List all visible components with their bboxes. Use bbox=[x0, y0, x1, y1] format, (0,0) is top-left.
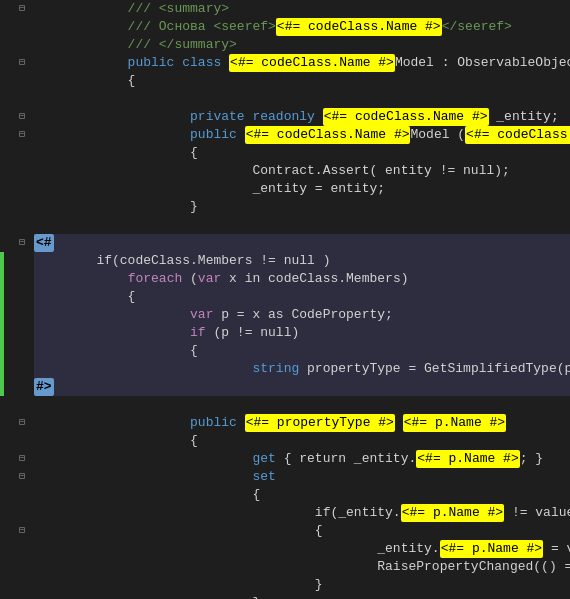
code-token bbox=[34, 468, 252, 486]
code-token: /// <summary> bbox=[34, 0, 229, 18]
template-expression: <#= codeClass.Name #> bbox=[465, 126, 570, 144]
collapse-btn-9 bbox=[14, 144, 30, 162]
code-token: get bbox=[252, 450, 275, 468]
code-line: /// <summary> bbox=[34, 0, 570, 18]
collapse-btn-8[interactable]: ⊟ bbox=[14, 126, 30, 144]
code-line-template: foreach (var x in codeClass.Members) bbox=[34, 270, 570, 288]
code-line: public <#= propertyType #> <#= p.Name #> bbox=[34, 414, 570, 432]
code-token: _entity = entity; bbox=[34, 180, 385, 198]
collapse-btn-25 bbox=[14, 432, 30, 450]
collapse-btn-28 bbox=[14, 486, 30, 504]
code-token: { bbox=[34, 522, 323, 540]
template-expression: <#= p.Name #> bbox=[416, 450, 519, 468]
collapse-btn-10 bbox=[14, 162, 30, 180]
code-token bbox=[315, 108, 323, 126]
code-token: if(codeClass.Members != null ) bbox=[34, 252, 330, 270]
code-line: public <#= codeClass.Name #>Model (<#= c… bbox=[34, 126, 570, 144]
code-line-template: { bbox=[34, 342, 570, 360]
code-token bbox=[221, 54, 229, 72]
code-line: { bbox=[34, 486, 570, 504]
code-token bbox=[34, 360, 252, 378]
code-line: _entity.<#= p.Name #> = value; bbox=[34, 540, 570, 558]
code-token: _entity; bbox=[489, 108, 559, 126]
collapse-btn-32 bbox=[14, 558, 30, 576]
collapse-btn-5 bbox=[14, 72, 30, 90]
template-expression: <#= p.Name #> bbox=[401, 504, 504, 522]
template-delimiter-open: <# bbox=[34, 234, 54, 252]
code-token: Contract.Assert( entity != null); bbox=[34, 162, 510, 180]
collapse-btn-22 bbox=[14, 378, 30, 396]
collapse-btn-18 bbox=[14, 306, 30, 324]
code-line-template: if(codeClass.Members != null ) bbox=[34, 252, 570, 270]
collapse-btn-26[interactable]: ⊟ bbox=[14, 450, 30, 468]
code-line: if(_entity.<#= p.Name #> != value) bbox=[34, 504, 570, 522]
code-token: { bbox=[34, 72, 135, 90]
collapse-btn-7[interactable]: ⊟ bbox=[14, 108, 30, 126]
code-token bbox=[174, 54, 182, 72]
collapse-btn-27[interactable]: ⊟ bbox=[14, 468, 30, 486]
code-line: { bbox=[34, 72, 570, 90]
collapse-btn-17 bbox=[14, 288, 30, 306]
collapse-column: ⊟ ⊟ ⊟ ⊟ ⊟ ⊟ ⊟ ⊟ ⊟ bbox=[14, 0, 30, 599]
collapse-btn-21 bbox=[14, 360, 30, 378]
code-line: { bbox=[34, 432, 570, 450]
template-expression: <#= codeClass.Name #> bbox=[276, 18, 442, 36]
code-token: _entity. bbox=[34, 540, 440, 558]
code-line: public class <#= codeClass.Name #>Model … bbox=[34, 54, 570, 72]
collapse-btn-30[interactable]: ⊟ bbox=[14, 522, 30, 540]
code-token: private bbox=[34, 108, 245, 126]
code-token: { bbox=[34, 432, 198, 450]
code-token: { bbox=[34, 486, 260, 504]
code-token: if(_entity. bbox=[34, 504, 401, 522]
collapse-btn-14[interactable]: ⊟ bbox=[14, 234, 30, 252]
code-token: { bbox=[34, 144, 198, 162]
code-token: readonly bbox=[252, 108, 314, 126]
green-indicator bbox=[0, 252, 4, 396]
code-token: public bbox=[34, 54, 174, 72]
code-line: private readonly <#= codeClass.Name #> _… bbox=[34, 108, 570, 126]
code-token: foreach bbox=[128, 270, 183, 288]
code-content: /// <summary> /// Основа <seeref><#= cod… bbox=[30, 0, 570, 599]
collapse-btn-4[interactable]: ⊟ bbox=[14, 54, 30, 72]
code-token: /// </summary> bbox=[34, 36, 237, 54]
collapse-btn-23 bbox=[14, 396, 30, 414]
code-token: (p != null) bbox=[206, 324, 300, 342]
code-token: = value; bbox=[543, 540, 570, 558]
template-expression: <#= p.Name #> bbox=[440, 540, 543, 558]
code-token bbox=[34, 324, 190, 342]
code-token: Model : ObservableObject bbox=[395, 54, 570, 72]
code-line: set bbox=[34, 468, 570, 486]
code-line: /// </summary> bbox=[34, 36, 570, 54]
code-token bbox=[34, 450, 252, 468]
collapse-btn-16 bbox=[14, 270, 30, 288]
code-token: /// Основа <seeref> bbox=[34, 18, 276, 36]
code-token: } bbox=[34, 198, 198, 216]
collapse-btn-12 bbox=[14, 198, 30, 216]
collapse-btn-19 bbox=[14, 324, 30, 342]
code-line bbox=[34, 216, 570, 234]
code-line: _entity = entity; bbox=[34, 180, 570, 198]
code-token: RaisePropertyChanged(() => bbox=[34, 558, 570, 576]
code-token bbox=[245, 108, 253, 126]
code-line-template: if (p != null) bbox=[34, 324, 570, 342]
template-expression: <#= codeClass.Name #> bbox=[323, 108, 489, 126]
code-line: /// Основа <seeref><#= codeClass.Name #>… bbox=[34, 18, 570, 36]
gutter bbox=[0, 0, 14, 599]
code-token: { bbox=[34, 288, 135, 306]
collapse-btn-13 bbox=[14, 216, 30, 234]
code-token: p = x as CodeProperty; bbox=[213, 306, 392, 324]
collapse-btn-29 bbox=[14, 504, 30, 522]
code-token: } bbox=[34, 576, 323, 594]
collapse-btn-15 bbox=[14, 252, 30, 270]
collapse-btn-1[interactable]: ⊟ bbox=[14, 0, 30, 18]
code-token: propertyType = GetSimplifiedType(p); bbox=[299, 360, 570, 378]
code-token bbox=[237, 126, 245, 144]
template-expression: <#= propertyType #> bbox=[245, 414, 395, 432]
code-line: { bbox=[34, 144, 570, 162]
code-token: string bbox=[252, 360, 299, 378]
collapse-btn-3 bbox=[14, 36, 30, 54]
collapse-btn-11 bbox=[14, 180, 30, 198]
code-token: Model ( bbox=[410, 126, 465, 144]
collapse-btn-24[interactable]: ⊟ bbox=[14, 414, 30, 432]
collapse-btn-2 bbox=[14, 18, 30, 36]
